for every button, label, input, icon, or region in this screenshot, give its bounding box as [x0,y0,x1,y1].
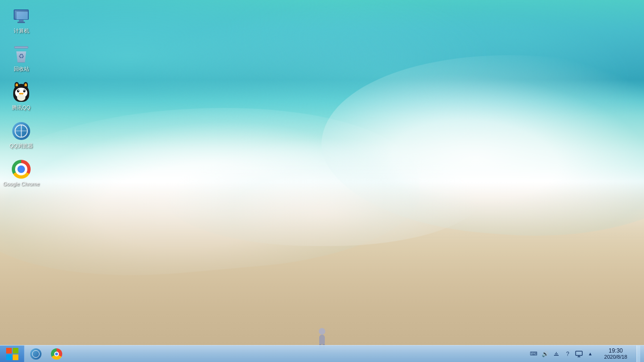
qqbrowser-icon [12,122,31,140]
taskbar-qqbrowser-button[interactable] [25,346,46,362]
svg-rect-1 [555,354,558,354]
taskbar-chrome-icon [51,348,62,360]
svg-rect-2 [556,352,557,353]
clock-time: 19:30 [609,347,623,354]
recycle-bin-label: 回收站 [14,66,29,72]
taskbar-pinned-items [25,346,529,362]
desktop-icons-container: 计算机 ♻ 回收站 [5,5,38,189]
desktop-icon-computer[interactable]: 计算机 [5,5,38,36]
desktop-icon-qqbrowser[interactable]: QQ浏览器 [5,120,38,151]
taskbar: ⌨ 🔊 ? [0,345,644,362]
screen-icon[interactable] [574,349,584,359]
desktop-icon-recycle-bin[interactable]: ♻ 回收站 [5,43,38,74]
help-icon[interactable]: ? [563,349,572,359]
network-icon[interactable] [552,349,561,359]
desktop-icon-qq[interactable]: 腾讯QQ [5,82,38,113]
qq-icon [12,83,31,102]
keyboard-icon[interactable]: ⌨ [529,349,538,359]
clock-date: 2020/8/18 [604,354,627,360]
clock-area[interactable]: 19:30 2020/8/18 [597,346,635,362]
sand [0,182,644,346]
taskbar-qqbrowser-icon [30,348,41,360]
qq-label: 腾讯QQ [12,104,30,111]
tray-chevron-icon[interactable]: ▲ [586,349,595,359]
desktop-icon-chrome[interactable]: Google Chrome [5,158,38,189]
sound-icon[interactable]: 🔊 [540,349,550,359]
computer-label: 计算机 [14,27,29,34]
taskbar-chrome-button[interactable] [46,346,67,362]
desktop: 计算机 ♻ 回收站 [0,0,644,362]
start-button[interactable] [0,346,25,362]
svg-rect-0 [554,355,559,356]
system-tray: ⌨ 🔊 ? [529,346,644,362]
show-desktop-button[interactable] [636,346,640,362]
chrome-icon [12,160,31,179]
windows-logo-icon [6,348,18,360]
chrome-label: Google Chrome [3,181,40,187]
qqbrowser-label: QQ浏览器 [9,142,33,149]
beach-figure [317,328,327,345]
svg-rect-3 [576,351,582,355]
computer-icon [12,7,31,25]
recycle-bin-icon: ♻ [12,45,31,64]
